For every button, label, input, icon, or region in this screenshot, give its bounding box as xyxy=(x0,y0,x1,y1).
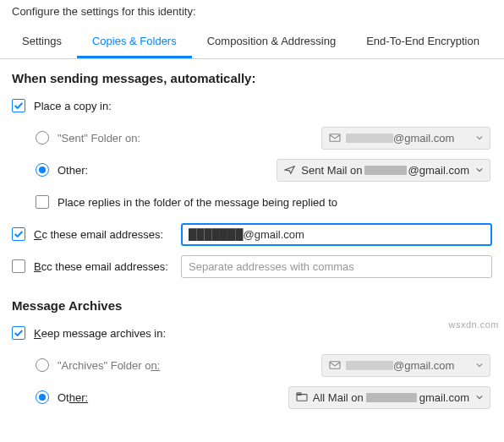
sent-folder-radio[interactable] xyxy=(36,131,49,145)
allmail-prefix: All Mail on xyxy=(313,391,364,404)
sent-account-suffix: @gmail.com xyxy=(393,132,454,145)
svg-rect-1 xyxy=(330,362,340,369)
archives-acct-suffix: @gmail.com xyxy=(393,359,454,372)
other-archives-radio[interactable] xyxy=(36,390,49,404)
watermark: wsxdn.com xyxy=(448,319,499,330)
bcc-input[interactable] xyxy=(181,255,492,278)
tab-composition[interactable]: Composition & Addressing xyxy=(192,26,351,58)
keep-archives-label: Keep message archives in: xyxy=(34,327,166,340)
check-icon xyxy=(14,229,24,239)
sent-folder-label: "Sent" Folder on: xyxy=(58,132,140,145)
other-archives-folder-dropdown[interactable]: All Mail on gmail.com xyxy=(288,386,490,409)
chevron-down-icon xyxy=(476,134,483,141)
place-replies-label: Place replies in the folder of the messa… xyxy=(58,196,337,209)
place-copy-label: Place a copy in: xyxy=(34,100,112,112)
mail-icon xyxy=(329,360,341,370)
keep-archives-checkbox[interactable] xyxy=(12,326,25,340)
sending-section: When sending messages, automatically: Pl… xyxy=(0,59,504,278)
other-archives-label: Other: xyxy=(58,391,88,404)
chevron-down-icon xyxy=(476,362,483,368)
archives-section: Message Archives Keep message archives i… xyxy=(0,286,504,409)
archives-account-dropdown[interactable]: @gmail.com xyxy=(321,354,490,377)
svg-rect-0 xyxy=(330,134,340,142)
tab-copies-folders[interactable]: Copies & Folders xyxy=(77,26,192,58)
page-subtitle: Configure the settings for this identity… xyxy=(0,0,504,26)
other-copy-radio[interactable] xyxy=(36,163,49,177)
bcc-checkbox[interactable] xyxy=(12,259,25,273)
check-icon xyxy=(14,101,24,111)
check-icon xyxy=(14,328,24,338)
archives-folder-radio[interactable] xyxy=(36,358,49,372)
cc-checkbox[interactable] xyxy=(12,227,25,241)
bcc-label: Bcc these email addresses: xyxy=(34,260,168,273)
other-copy-label: Other: xyxy=(58,164,88,177)
sent-folder-account-dropdown[interactable]: @gmail.com xyxy=(321,127,490,150)
tab-bar: Settings Copies & Folders Composition & … xyxy=(0,26,504,59)
cc-label: Cc these email addresses: xyxy=(34,228,163,241)
chevron-down-icon xyxy=(476,394,483,401)
sent-mail-suffix: @gmail.com xyxy=(408,164,469,177)
tab-settings[interactable]: Settings xyxy=(7,26,77,58)
place-replies-checkbox[interactable] xyxy=(36,195,49,209)
other-copy-folder-dropdown[interactable]: Sent Mail on @gmail.com xyxy=(277,159,490,182)
tab-encryption[interactable]: End-To-End Encryption xyxy=(351,26,495,58)
cc-input[interactable] xyxy=(181,223,492,246)
mail-icon xyxy=(329,133,341,143)
archives-title: Message Archives xyxy=(12,298,492,313)
sent-mail-prefix: Sent Mail on xyxy=(301,164,362,177)
sent-icon xyxy=(284,165,296,175)
allmail-suffix: gmail.com xyxy=(419,391,469,404)
sending-title: When sending messages, automatically: xyxy=(12,71,492,85)
folder-icon xyxy=(296,392,308,402)
archives-folder-label: "Archives" Folder on: xyxy=(58,359,160,372)
place-copy-checkbox[interactable] xyxy=(12,99,25,112)
chevron-down-icon xyxy=(476,166,483,173)
